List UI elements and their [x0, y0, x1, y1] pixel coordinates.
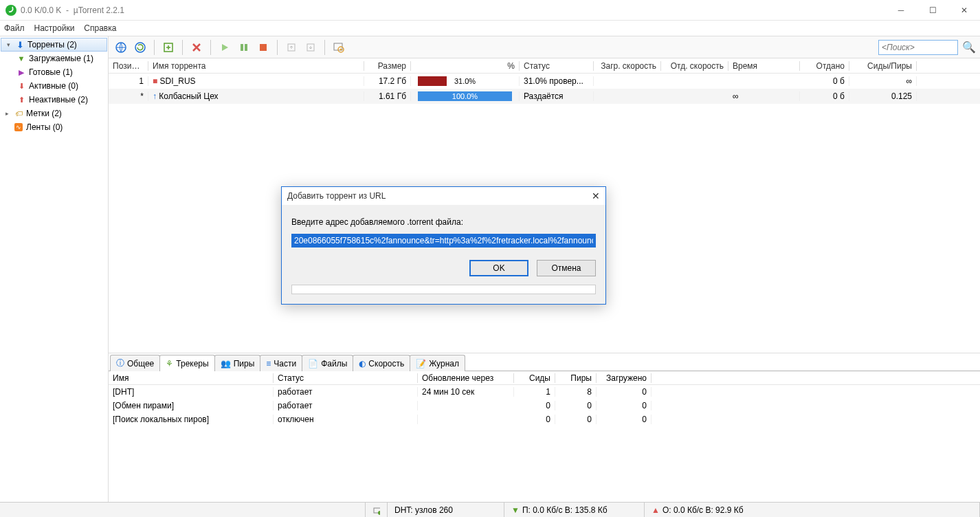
- remove-button[interactable]: [188, 39, 205, 56]
- list-item[interactable]: [Поиск локальных пиров]отключен000: [109, 412, 980, 426]
- create-torrent-button[interactable]: [160, 39, 177, 56]
- ok-button[interactable]: OK: [469, 260, 528, 276]
- arrow-up-icon: ⬆: [16, 95, 26, 104]
- toolbar: 🔍: [109, 36, 980, 58]
- svg-rect-4: [245, 44, 247, 51]
- peers-icon: 👥: [221, 359, 231, 368]
- sidebar-item-torrents[interactable]: ▾⬇Торренты (2): [1, 38, 107, 52]
- dialog-titlebar: Добавить торрент из URL ✕: [282, 187, 605, 205]
- menu-help[interactable]: Справка: [84, 23, 116, 33]
- arrow-down-icon: ▼: [511, 505, 520, 515]
- svg-point-10: [340, 48, 342, 50]
- col-ratio[interactable]: Отдано: [800, 61, 849, 71]
- dialog-label: Введите адрес добавляемого .torrent файл…: [291, 217, 596, 227]
- network-status-icon[interactable]: [366, 503, 388, 517]
- info-icon: ⓘ: [116, 358, 124, 369]
- log-icon: 📝: [416, 359, 426, 368]
- dcol-name[interactable]: Имя: [109, 373, 274, 383]
- search-icon[interactable]: 🔍: [962, 41, 976, 54]
- tab-trackers[interactable]: ⚘Трекеры: [159, 355, 214, 371]
- tab-log[interactable]: 📝Журнал: [410, 355, 465, 371]
- dcol-peers[interactable]: Пиры: [555, 373, 597, 383]
- tab-peers[interactable]: 👥Пиры: [214, 355, 261, 371]
- arrow-down-icon: ▼: [16, 54, 26, 63]
- tag-icon: 🏷: [14, 109, 23, 118]
- svg-rect-3: [241, 44, 243, 51]
- status-upload: ▲О: 0.0 Кб/с В: 92.9 Кб: [645, 503, 980, 517]
- tracker-list: [DHT]работает24 мин 10 сек180 [Обмен пир…: [109, 385, 980, 502]
- detail-tabs: ⓘОбщее ⚘Трекеры 👥Пиры ≡Части 📄Файлы ◐Ско…: [109, 353, 980, 371]
- menu-file[interactable]: Файл: [4, 23, 25, 33]
- stop-button[interactable]: [255, 39, 271, 56]
- statusbar: DHT: узлов 260 ▼П: 0.0 Кб/с В: 135.8 Кб …: [0, 502, 980, 517]
- dialog-progress: [291, 285, 596, 294]
- move-down-button[interactable]: [302, 39, 319, 56]
- col-size[interactable]: Размер: [364, 61, 411, 71]
- svg-rect-5: [260, 44, 267, 51]
- svg-point-12: [378, 511, 380, 515]
- status-dht: DHT: узлов 260: [388, 503, 504, 517]
- files-icon: 📄: [308, 359, 318, 368]
- cancel-button[interactable]: Отмена: [537, 260, 596, 276]
- col-name[interactable]: Имя торрента: [148, 61, 364, 71]
- menubar: Файл Настройки Справка: [0, 21, 980, 36]
- tab-files[interactable]: 📄Файлы: [302, 355, 353, 371]
- app-logo-icon: [5, 5, 16, 16]
- search-input[interactable]: [878, 40, 958, 55]
- rss-icon: ∿: [14, 122, 23, 132]
- pause-button[interactable]: [236, 39, 252, 56]
- download-icon: ⬇: [15, 40, 25, 50]
- tab-general[interactable]: ⓘОбщее: [110, 355, 160, 371]
- status-download: ▼П: 0.0 Кб/с В: 135.8 Кб: [504, 503, 645, 517]
- add-url-refresh-button[interactable]: [132, 39, 148, 56]
- pieces-icon: ≡: [266, 359, 271, 368]
- sidebar-item-labels[interactable]: ▸🏷Метки (2): [0, 107, 108, 120]
- dcol-loaded[interactable]: Загружено: [597, 373, 652, 383]
- arrow-right-icon: ▶: [16, 67, 26, 77]
- col-time[interactable]: Время: [728, 61, 800, 71]
- tab-speed[interactable]: ◐Скорость: [353, 355, 410, 371]
- menu-settings[interactable]: Настройки: [34, 23, 75, 33]
- arrow-up-icon: ▲: [652, 505, 660, 515]
- sidebar-item-inactive[interactable]: ⬆Неактивные (2): [0, 93, 108, 107]
- network-icon: ⚘: [166, 359, 173, 368]
- titlebar: 0.0 K/0.0 K - µTorrent 2.2.1 ─ ☐ ✕: [0, 0, 980, 21]
- col-position[interactable]: Позиция: [109, 61, 148, 71]
- move-up-button[interactable]: [283, 39, 300, 56]
- preferences-button[interactable]: [331, 39, 347, 56]
- sidebar-item-ready[interactable]: ▶Готовые (1): [0, 65, 108, 79]
- dcol-seeds[interactable]: Сиды: [514, 373, 555, 383]
- gauge-icon: ◐: [359, 359, 366, 368]
- col-up[interactable]: Отд. скорость: [661, 61, 728, 71]
- dialog-close-button[interactable]: ✕: [592, 190, 600, 201]
- col-percent[interactable]: %: [411, 61, 520, 71]
- url-input[interactable]: [291, 234, 596, 248]
- start-button[interactable]: [216, 39, 233, 56]
- sidebar-item-active[interactable]: ⬇Активные (0): [0, 79, 108, 93]
- list-item[interactable]: [DHT]работает24 мин 10 сек180: [109, 385, 980, 399]
- col-seed[interactable]: Сиды/Пиры: [849, 61, 917, 71]
- stop-icon: ■: [153, 76, 157, 86]
- tracker-grid-header: Имя Статус Обновление через Сиды Пиры За…: [109, 371, 980, 385]
- tab-pieces[interactable]: ≡Части: [260, 355, 302, 371]
- dcol-update[interactable]: Обновление через: [418, 373, 514, 383]
- dcol-status[interactable]: Статус: [274, 373, 418, 383]
- arrow-down-icon: ⬇: [16, 81, 26, 91]
- arrow-up-icon: ↑: [153, 91, 157, 101]
- dialog-title: Добавить торрент из URL: [287, 191, 386, 201]
- torrent-grid-header: Позиция Имя торрента Размер % Статус Заг…: [109, 58, 980, 74]
- col-status[interactable]: Статус: [520, 61, 594, 71]
- add-url-dialog: Добавить торрент из URL ✕ Введите адрес …: [281, 186, 606, 305]
- list-item[interactable]: [Обмен пирами]работает000: [109, 399, 980, 412]
- window-title: 0.0 K/0.0 K - µTorrent 2.2.1: [21, 6, 124, 15]
- col-down[interactable]: Загр. скорость: [594, 61, 661, 71]
- table-row[interactable]: 1 ■ SDI_RUS 17.2 Гб 31.0% 31.0% провер..…: [109, 74, 980, 89]
- sidebar: ▾⬇Торренты (2) ▼Загружаемые (1) ▶Готовые…: [0, 36, 109, 502]
- table-row[interactable]: * ↑ Колбасный Цех 1.61 Гб 100.0% Раздаёт…: [109, 89, 980, 104]
- maximize-button[interactable]: ☐: [917, 0, 948, 21]
- sidebar-item-feeds[interactable]: ∿Ленты (0): [0, 120, 108, 134]
- close-button[interactable]: ✕: [948, 0, 980, 21]
- minimize-button[interactable]: ─: [885, 0, 917, 21]
- add-url-button[interactable]: [113, 39, 129, 56]
- sidebar-item-downloading[interactable]: ▼Загружаемые (1): [0, 52, 108, 65]
